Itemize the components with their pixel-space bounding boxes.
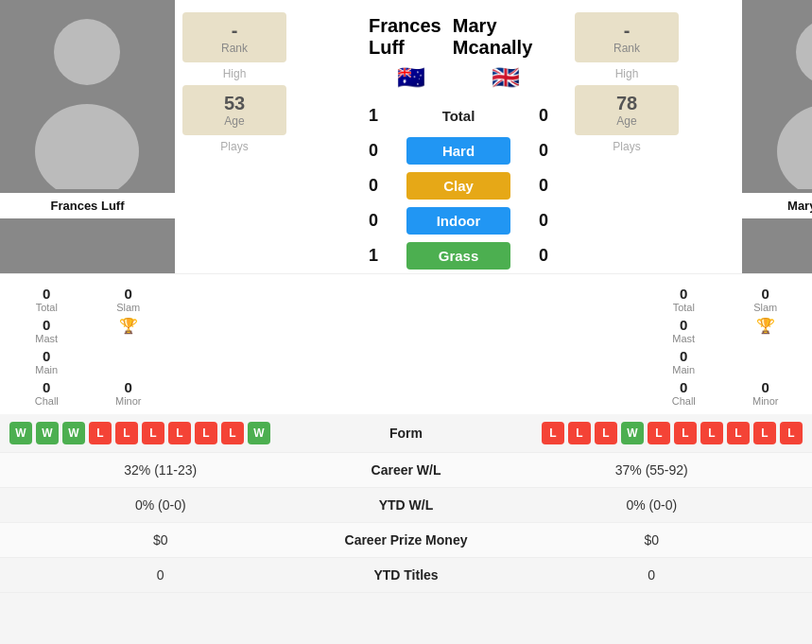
left-chall-val: 0 — [43, 379, 50, 395]
right-player-label: Mary Mcanally — [742, 193, 812, 218]
left-career-prize: $0 — [9, 532, 312, 548]
score-grass-row: 1 Grass 0 — [350, 238, 567, 273]
score-grass-label: Grass — [406, 242, 510, 270]
right-minor-lbl: Minor — [752, 395, 779, 407]
right-slam-val: 0 — [762, 286, 769, 302]
left-player-label: Frances Luff — [0, 193, 175, 218]
main-container: Frances Luff - Rank High 53 Age Plays — [0, 0, 812, 593]
score-hard-left: 0 — [350, 141, 397, 161]
left-minor-cell: 0 Minor — [90, 379, 168, 407]
score-hard-row: 0 Hard 0 — [350, 133, 567, 168]
left-mast-lbl: Mast — [35, 333, 58, 344]
score-clay-row: 0 Clay 0 — [350, 168, 567, 203]
score-total-right: 0 — [520, 106, 567, 126]
flags-row: 🇦🇺 🇬🇧 — [350, 64, 567, 98]
left-minor-lbl: Minor — [115, 395, 142, 407]
right-minor-cell: 0 Minor — [727, 379, 805, 407]
left-plays-lbl: Plays — [182, 140, 286, 153]
right-ytd-titles: 0 — [501, 567, 803, 583]
left-minor-val: 0 — [125, 379, 132, 395]
right-mast-val: 0 — [680, 317, 687, 333]
left-player-photo: Frances Luff — [0, 0, 175, 273]
left-slam-val: 0 — [125, 286, 132, 302]
right-rank-val: - — [590, 20, 664, 42]
left-chall-cell: 0 Chall — [8, 379, 86, 407]
left-age-lbl: Age — [198, 114, 271, 128]
right-stats-panel: - Rank High 78 Age Plays — [567, 0, 742, 273]
score-total-row: 1 Total 0 — [350, 98, 567, 133]
left-plays-card: Plays — [182, 140, 286, 153]
left-flag: 🇦🇺 — [397, 64, 425, 91]
score-total-label: Total — [406, 102, 510, 130]
form-badge-l: L — [115, 422, 138, 444]
left-stats-panel: - Rank High 53 Age Plays — [175, 0, 350, 273]
form-badge-l: L — [195, 422, 217, 444]
svg-point-1 — [54, 19, 120, 85]
right-total-val: 0 — [680, 286, 687, 302]
left-mast-val: 0 — [43, 317, 50, 333]
left-chall-lbl: Chall — [35, 395, 59, 407]
stats-row: 0 Total 0 Slam 0 Mast 🏆 0 Main — [0, 273, 812, 414]
right-mast-cell: 0 Mast — [645, 317, 723, 344]
left-main-lbl: Main — [35, 364, 58, 375]
career-prize-row: $0 Career Prize Money $0 — [0, 523, 812, 558]
left-total-lbl: Total — [36, 302, 58, 313]
form-badge-l: L — [700, 422, 723, 444]
form-badge-l: L — [168, 422, 191, 444]
score-grass-right: 0 — [520, 246, 567, 266]
left-slam-cell: 0 Slam — [90, 286, 168, 313]
right-age-val: 78 — [590, 93, 664, 114]
right-main-val: 0 — [680, 348, 687, 364]
score-grass-left: 1 — [350, 246, 397, 266]
form-badge-l: L — [753, 422, 776, 444]
form-badge-w: W — [36, 422, 59, 444]
right-form: LLLWLLLLLL — [463, 422, 803, 444]
left-trophy-cell: 🏆 — [90, 317, 168, 344]
left-rank-card: - Rank — [182, 12, 286, 62]
left-main-cell: 0 Main — [8, 348, 86, 375]
right-player-photo: Mary Mcanally — [742, 0, 812, 273]
score-hard-label: Hard — [406, 137, 510, 165]
right-total-cell: 0 Total — [645, 286, 723, 313]
score-indoor-left: 0 — [350, 211, 397, 231]
left-form: WWWLLLLLLW — [9, 422, 350, 444]
right-chall-lbl: Chall — [672, 395, 696, 407]
score-indoor-label: Indoor — [406, 207, 510, 235]
right-sg: 0 Total 0 Slam 0 Mast 🏆 0 Main — [645, 286, 804, 407]
form-badge-l: L — [89, 422, 112, 444]
career-wl-label: Career W/L — [312, 462, 501, 478]
left-trophy-icon: 🏆 — [119, 317, 138, 335]
right-plays-card: Plays — [575, 140, 679, 153]
form-badge-w: W — [9, 422, 32, 444]
left-total-cell: 0 Total — [8, 286, 86, 313]
right-slam-lbl: Slam — [753, 302, 777, 313]
right-age-card: 78 Age — [575, 85, 679, 135]
score-indoor-row: 0 Indoor 0 — [350, 203, 567, 238]
left-total-val: 0 — [43, 286, 50, 302]
form-badge-l: L — [674, 422, 697, 444]
left-sg: 0 Total 0 Slam 0 Mast 🏆 0 Main — [8, 286, 167, 407]
left-mast-cell: 0 Mast — [8, 317, 86, 344]
left-high-card: High — [182, 67, 286, 80]
career-prize-label: Career Prize Money — [312, 532, 501, 548]
left-rank-val: - — [198, 20, 271, 42]
right-trophy-cell: 🏆 — [727, 317, 805, 344]
form-badge-w: W — [62, 422, 85, 444]
ytd-titles-row: 0 YTD Titles 0 — [0, 558, 812, 593]
ytd-wl-label: YTD W/L — [312, 497, 501, 513]
center-col: Frances Luff Mary Mcanally 🇦🇺 🇬🇧 1 Total… — [350, 0, 567, 273]
score-hard-right: 0 — [520, 141, 567, 161]
left-high-lbl: High — [182, 67, 286, 80]
form-badge-l: L — [727, 422, 750, 444]
stats-center-spacer — [175, 274, 637, 414]
form-badge-l: L — [542, 422, 564, 444]
form-badge-l: L — [780, 422, 803, 444]
form-badge-l: L — [648, 422, 670, 444]
left-ytd-wl: 0% (0-0) — [9, 497, 312, 513]
right-total-lbl: Total — [673, 302, 695, 313]
ytd-titles-label: YTD Titles — [312, 567, 501, 583]
left-bottom-stats: 0 Chall 0 Minor — [8, 379, 167, 407]
left-ytd-titles: 0 — [9, 567, 312, 583]
right-main-lbl: Main — [672, 364, 695, 375]
form-badge-l: L — [142, 422, 164, 444]
